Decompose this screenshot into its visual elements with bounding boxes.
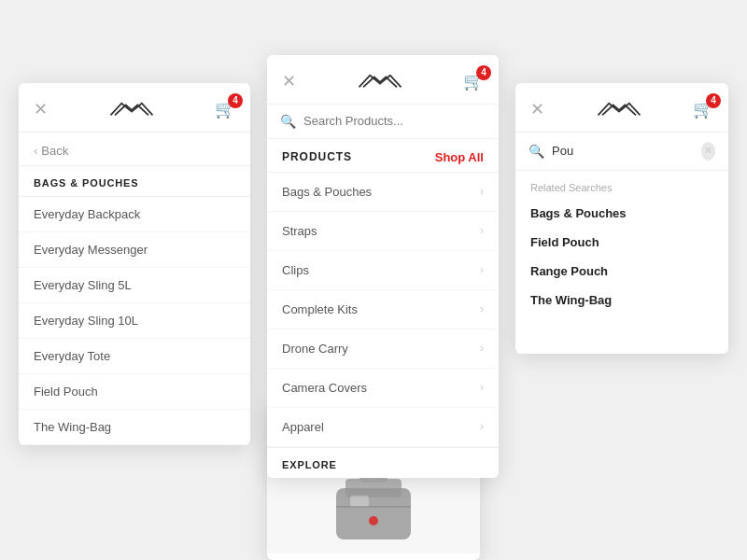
center-nav-item[interactable]: Clips›: [267, 251, 499, 290]
right-search-bar: 🔍 ✕: [515, 133, 728, 171]
center-cart-badge: 4: [476, 65, 491, 80]
chevron-right-icon: ›: [480, 381, 484, 394]
center-nav-item[interactable]: Drone Carry›: [267, 329, 499, 369]
center-nav-item[interactable]: Camera Covers›: [267, 369, 499, 408]
nav-item-label: Clips: [282, 263, 309, 277]
left-menu-item[interactable]: Everyday Sling 5L: [19, 268, 250, 303]
left-close-button[interactable]: ✕: [34, 101, 48, 118]
chevron-right-icon: ›: [480, 420, 484, 433]
center-logo: [355, 68, 405, 94]
center-close-button[interactable]: ✕: [282, 73, 296, 90]
left-menu-item[interactable]: Everyday Tote: [19, 339, 250, 374]
left-menu-item[interactable]: Everyday Messenger: [19, 232, 250, 268]
center-cart-button[interactable]: 🛒 4: [463, 71, 484, 91]
left-cart-button[interactable]: 🛒 4: [215, 99, 235, 119]
left-logo: [106, 96, 157, 122]
center-search-bar: 🔍: [267, 105, 499, 139]
related-search-item[interactable]: Range Pouch: [515, 257, 728, 286]
explore-label: EXPLORE: [267, 447, 499, 478]
bags-section-title: BAGS & POUCHES: [19, 166, 250, 197]
products-header: PRODUCTS Shop All: [267, 139, 499, 173]
nav-item-label: Straps: [282, 224, 317, 238]
related-search-item[interactable]: Field Pouch: [515, 228, 728, 257]
right-panel: ✕ 🛒 4 🔍 ✕ Related Searches Bags & Pouche…: [515, 83, 728, 354]
right-cart-badge: 4: [706, 93, 721, 108]
nav-item-label: Bags & Pouches: [282, 185, 372, 199]
chevron-left-icon: ‹: [34, 144, 37, 158]
nav-item-label: Camera Covers: [282, 381, 367, 395]
right-logo: [594, 96, 644, 122]
left-panel: ✕ 🛒 4 ‹ Back BAGS & POUCHES Everyday Bac…: [19, 83, 250, 445]
related-searches-label: Related Searches: [515, 171, 728, 199]
left-cart-badge: 4: [228, 93, 243, 108]
back-link[interactable]: ‹ Back: [19, 133, 250, 166]
chevron-right-icon: ›: [480, 224, 484, 237]
shop-all-link[interactable]: Shop All: [435, 150, 484, 164]
chevron-right-icon: ›: [480, 263, 484, 276]
left-menu-item[interactable]: Everyday Sling 10L: [19, 303, 250, 339]
right-cart-button[interactable]: 🛒 4: [693, 99, 713, 119]
left-menu-item[interactable]: Field Pouch: [19, 374, 250, 410]
nav-item-label: Apparel: [282, 420, 324, 434]
left-header: ✕ 🛒 4: [19, 83, 250, 133]
back-label: Back: [41, 144, 68, 158]
center-nav-list: Bags & Pouches›Straps›Clips›Complete Kit…: [267, 173, 499, 447]
svg-rect-3: [350, 496, 369, 507]
center-nav-item[interactable]: Bags & Pouches›: [267, 173, 499, 212]
center-panel: ✕ 🛒 4 🔍 PRODUCTS Shop All Bags & Pouches…: [267, 55, 499, 478]
right-close-button[interactable]: ✕: [530, 101, 544, 118]
related-search-item[interactable]: The Wing-Bag: [515, 286, 728, 315]
svg-point-5: [369, 516, 378, 525]
left-menu-item[interactable]: The Wing-Bag: [19, 410, 250, 445]
center-nav-item[interactable]: Complete Kits›: [267, 290, 499, 329]
nav-item-label: Complete Kits: [282, 302, 358, 316]
right-header: ✕ 🛒 4: [515, 83, 728, 133]
related-items-list: Bags & PouchesField PouchRange PouchThe …: [515, 199, 728, 315]
chevron-right-icon: ›: [480, 185, 484, 198]
left-menu-item[interactable]: Everyday Backpack: [19, 197, 250, 232]
clear-search-button[interactable]: ✕: [701, 142, 715, 161]
center-header: ✕ 🛒 4: [267, 55, 499, 105]
right-search-input[interactable]: [552, 144, 694, 158]
center-nav-item[interactable]: Straps›: [267, 212, 499, 251]
nav-item-label: Drone Carry: [282, 342, 348, 356]
center-search-input[interactable]: [303, 114, 486, 128]
chevron-right-icon: ›: [480, 302, 484, 315]
right-search-icon: 🔍: [529, 144, 544, 159]
chevron-right-icon: ›: [480, 342, 484, 355]
left-menu-list: Everyday BackpackEveryday MessengerEvery…: [19, 197, 250, 445]
center-search-icon: 🔍: [280, 114, 296, 129]
center-nav-item[interactable]: Apparel›: [267, 408, 499, 447]
products-label: PRODUCTS: [282, 150, 352, 163]
related-search-item[interactable]: Bags & Pouches: [515, 199, 728, 228]
